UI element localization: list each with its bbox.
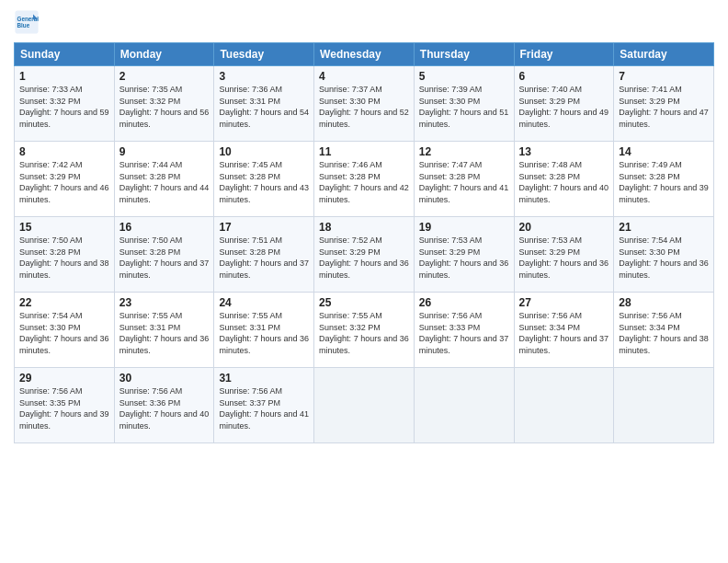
day-info: Sunrise: 7:42 AMSunset: 3:29 PMDaylight:… [19, 159, 109, 205]
day-info: Sunrise: 7:56 AMSunset: 3:37 PMDaylight:… [219, 385, 309, 431]
day-header-sunday: Sunday [15, 43, 115, 66]
day-header-tuesday: Tuesday [214, 43, 314, 66]
calendar-body: 1 Sunrise: 7:33 AMSunset: 3:32 PMDayligh… [15, 66, 714, 443]
calendar-cell: 18 Sunrise: 7:52 AMSunset: 3:29 PMDaylig… [314, 217, 415, 293]
day-info: Sunrise: 7:35 AMSunset: 3:32 PMDaylight:… [119, 84, 210, 130]
day-info: Sunrise: 7:56 AMSunset: 3:34 PMDaylight:… [619, 310, 709, 356]
calendar-cell: 11 Sunrise: 7:46 AMSunset: 3:28 PMDaylig… [314, 142, 415, 217]
day-number: 23 [119, 296, 210, 309]
day-number: 7 [619, 70, 709, 83]
day-info: Sunrise: 7:40 AMSunset: 3:29 PMDaylight:… [519, 84, 609, 130]
day-info: Sunrise: 7:37 AMSunset: 3:30 PMDaylight:… [319, 84, 409, 130]
day-header-monday: Monday [114, 43, 214, 66]
day-number: 17 [219, 221, 309, 234]
calendar-cell: 4 Sunrise: 7:37 AMSunset: 3:30 PMDayligh… [314, 66, 415, 142]
day-number: 11 [319, 145, 409, 158]
calendar-cell: 2 Sunrise: 7:35 AMSunset: 3:32 PMDayligh… [114, 66, 214, 142]
day-number: 31 [219, 372, 309, 385]
day-number: 3 [219, 70, 309, 83]
day-info: Sunrise: 7:55 AMSunset: 3:32 PMDaylight:… [319, 310, 409, 356]
week-row-2: 15 Sunrise: 7:50 AMSunset: 3:28 PMDaylig… [15, 217, 714, 293]
day-number: 4 [319, 70, 409, 83]
day-info: Sunrise: 7:50 AMSunset: 3:28 PMDaylight:… [19, 235, 109, 281]
logo-icon: General Blue [14, 9, 40, 35]
calendar-cell: 17 Sunrise: 7:51 AMSunset: 3:28 PMDaylig… [214, 217, 314, 293]
header-row: SundayMondayTuesdayWednesdayThursdayFrid… [15, 43, 714, 66]
header: General Blue [14, 9, 714, 35]
day-number: 12 [419, 145, 509, 158]
calendar-cell: 9 Sunrise: 7:44 AMSunset: 3:28 PMDayligh… [114, 142, 214, 217]
day-info: Sunrise: 7:33 AMSunset: 3:32 PMDaylight:… [19, 84, 109, 130]
page: General Blue SundayMondayTuesdayWednesda… [0, 0, 728, 563]
calendar-cell: 1 Sunrise: 7:33 AMSunset: 3:32 PMDayligh… [15, 66, 115, 142]
calendar-cell: 19 Sunrise: 7:53 AMSunset: 3:29 PMDaylig… [414, 217, 514, 293]
day-number: 15 [19, 221, 109, 234]
calendar-cell: 8 Sunrise: 7:42 AMSunset: 3:29 PMDayligh… [15, 142, 115, 217]
day-number: 2 [119, 70, 210, 83]
day-info: Sunrise: 7:44 AMSunset: 3:28 PMDaylight:… [119, 159, 210, 205]
day-number: 16 [119, 221, 210, 234]
day-info: Sunrise: 7:48 AMSunset: 3:28 PMDaylight:… [519, 159, 609, 205]
day-info: Sunrise: 7:54 AMSunset: 3:30 PMDaylight:… [619, 235, 709, 281]
week-row-0: 1 Sunrise: 7:33 AMSunset: 3:32 PMDayligh… [15, 66, 714, 142]
day-number: 30 [119, 372, 210, 385]
calendar-cell: 23 Sunrise: 7:55 AMSunset: 3:31 PMDaylig… [114, 293, 214, 368]
day-info: Sunrise: 7:51 AMSunset: 3:28 PMDaylight:… [219, 235, 309, 281]
calendar-cell: 25 Sunrise: 7:55 AMSunset: 3:32 PMDaylig… [314, 293, 415, 368]
calendar-cell [314, 368, 415, 443]
calendar-cell: 29 Sunrise: 7:56 AMSunset: 3:35 PMDaylig… [15, 368, 115, 443]
calendar-cell: 7 Sunrise: 7:41 AMSunset: 3:29 PMDayligh… [614, 66, 714, 142]
day-number: 10 [219, 145, 309, 158]
calendar-cell: 26 Sunrise: 7:56 AMSunset: 3:33 PMDaylig… [414, 293, 514, 368]
day-number: 27 [519, 296, 609, 309]
day-info: Sunrise: 7:56 AMSunset: 3:33 PMDaylight:… [419, 310, 509, 356]
calendar-cell: 20 Sunrise: 7:53 AMSunset: 3:29 PMDaylig… [514, 217, 614, 293]
day-info: Sunrise: 7:55 AMSunset: 3:31 PMDaylight:… [219, 310, 309, 356]
calendar-cell: 24 Sunrise: 7:55 AMSunset: 3:31 PMDaylig… [214, 293, 314, 368]
day-info: Sunrise: 7:56 AMSunset: 3:34 PMDaylight:… [519, 310, 609, 356]
day-info: Sunrise: 7:54 AMSunset: 3:30 PMDaylight:… [19, 310, 109, 356]
day-header-saturday: Saturday [614, 43, 714, 66]
calendar-cell: 12 Sunrise: 7:47 AMSunset: 3:28 PMDaylig… [414, 142, 514, 217]
calendar-cell: 6 Sunrise: 7:40 AMSunset: 3:29 PMDayligh… [514, 66, 614, 142]
day-number: 29 [19, 372, 109, 385]
calendar-cell: 15 Sunrise: 7:50 AMSunset: 3:28 PMDaylig… [15, 217, 115, 293]
calendar-cell: 30 Sunrise: 7:56 AMSunset: 3:36 PMDaylig… [114, 368, 214, 443]
calendar-cell: 22 Sunrise: 7:54 AMSunset: 3:30 PMDaylig… [15, 293, 115, 368]
day-header-thursday: Thursday [414, 43, 514, 66]
day-info: Sunrise: 7:52 AMSunset: 3:29 PMDaylight:… [319, 235, 409, 281]
day-number: 9 [119, 145, 210, 158]
day-info: Sunrise: 7:56 AMSunset: 3:36 PMDaylight:… [119, 385, 210, 431]
day-info: Sunrise: 7:41 AMSunset: 3:29 PMDaylight:… [619, 84, 709, 130]
calendar-cell: 10 Sunrise: 7:45 AMSunset: 3:28 PMDaylig… [214, 142, 314, 217]
day-number: 21 [619, 221, 709, 234]
day-number: 14 [619, 145, 709, 158]
day-info: Sunrise: 7:46 AMSunset: 3:28 PMDaylight:… [319, 159, 409, 205]
calendar-table: SundayMondayTuesdayWednesdayThursdayFrid… [14, 42, 714, 443]
day-number: 1 [19, 70, 109, 83]
calendar-cell [614, 368, 714, 443]
week-row-3: 22 Sunrise: 7:54 AMSunset: 3:30 PMDaylig… [15, 293, 714, 368]
calendar-cell: 16 Sunrise: 7:50 AMSunset: 3:28 PMDaylig… [114, 217, 214, 293]
day-number: 26 [419, 296, 509, 309]
day-number: 6 [519, 70, 609, 83]
day-number: 8 [19, 145, 109, 158]
day-number: 20 [519, 221, 609, 234]
day-info: Sunrise: 7:53 AMSunset: 3:29 PMDaylight:… [519, 235, 609, 281]
calendar-cell: 5 Sunrise: 7:39 AMSunset: 3:30 PMDayligh… [414, 66, 514, 142]
day-number: 18 [319, 221, 409, 234]
day-number: 5 [419, 70, 509, 83]
week-row-1: 8 Sunrise: 7:42 AMSunset: 3:29 PMDayligh… [15, 142, 714, 217]
day-number: 13 [519, 145, 609, 158]
calendar-cell: 13 Sunrise: 7:48 AMSunset: 3:28 PMDaylig… [514, 142, 614, 217]
calendar-header: SundayMondayTuesdayWednesdayThursdayFrid… [15, 43, 714, 66]
day-info: Sunrise: 7:55 AMSunset: 3:31 PMDaylight:… [119, 310, 210, 356]
day-info: Sunrise: 7:45 AMSunset: 3:28 PMDaylight:… [219, 159, 309, 205]
calendar-cell: 14 Sunrise: 7:49 AMSunset: 3:28 PMDaylig… [614, 142, 714, 217]
day-info: Sunrise: 7:49 AMSunset: 3:28 PMDaylight:… [619, 159, 709, 205]
day-info: Sunrise: 7:50 AMSunset: 3:28 PMDaylight:… [119, 235, 210, 281]
logo: General Blue [14, 9, 43, 35]
calendar-cell: 3 Sunrise: 7:36 AMSunset: 3:31 PMDayligh… [214, 66, 314, 142]
day-info: Sunrise: 7:47 AMSunset: 3:28 PMDaylight:… [419, 159, 509, 205]
day-info: Sunrise: 7:36 AMSunset: 3:31 PMDaylight:… [219, 84, 309, 130]
